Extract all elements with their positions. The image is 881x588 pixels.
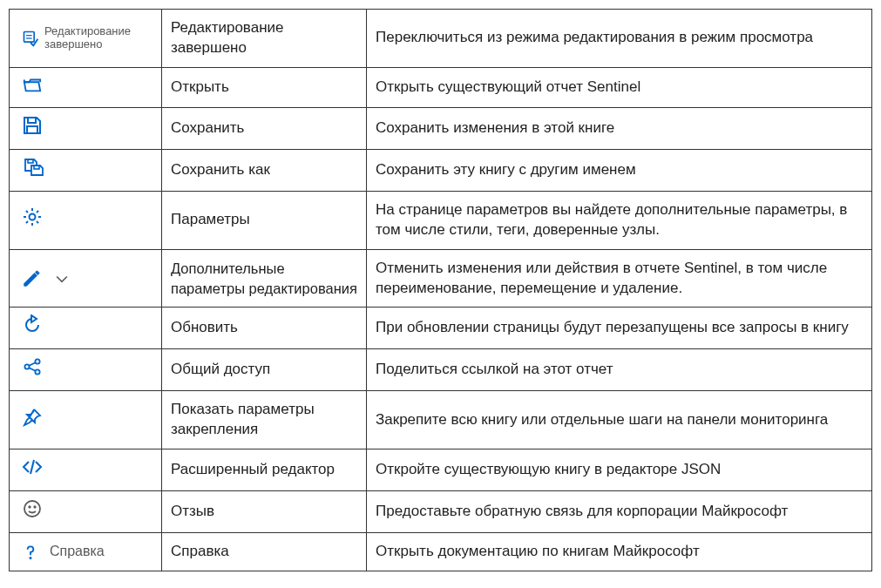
action-desc: Закрепите всю книгу или отдельные шаги н… (367, 391, 872, 449)
icon-caption: Справка (50, 544, 105, 559)
save-icon (22, 115, 43, 136)
action-desc: Открыть существующий отчет Sentinel (367, 67, 872, 107)
table-row: Сохранить как Сохранить эту книгу с друг… (10, 149, 872, 191)
code-icon (22, 456, 43, 477)
table-row: Отзыв Предоставьте обратную связь для ко… (10, 491, 872, 533)
share-icon (22, 356, 43, 377)
pencil-icon (22, 269, 41, 288)
action-name: Открыть (162, 67, 367, 107)
table-row: Справка Справка Открыть документацию по … (10, 533, 872, 571)
icon-caption: Редактирование завершено (44, 25, 149, 51)
edit-done-icon (22, 30, 39, 47)
action-desc: Отменить изменения или действия в отчете… (367, 249, 872, 308)
action-name: Справка (162, 533, 367, 571)
table-row: Дополнительные параметры редактирования … (10, 249, 872, 308)
feedback-icon (22, 498, 43, 519)
action-desc: При обновлении страницы будут перезапуще… (367, 308, 872, 349)
table-row: Открыть Открыть существующий отчет Senti… (10, 67, 872, 107)
table-row: Параметры На странице параметров вы найд… (10, 191, 872, 249)
open-icon (22, 75, 43, 94)
refresh-icon (22, 314, 43, 335)
action-name: Сохранить как (162, 149, 367, 191)
table-row: Редактирование завершено Редактирование … (10, 10, 872, 68)
settings-icon (22, 206, 43, 227)
action-desc: Откройте существующую книгу в редакторе … (367, 449, 872, 491)
table-row: Показать параметры закрепления Закрепите… (10, 391, 872, 449)
action-name: Общий доступ (162, 349, 367, 391)
table-row: Обновить При обновлении страницы будут п… (10, 308, 872, 349)
action-name: Отзыв (162, 491, 367, 533)
table-row: Расширенный редактор Откройте существующ… (10, 449, 872, 491)
action-name: Дополнительные параметры редактирования (162, 249, 367, 308)
icon-reference-table: Редактирование завершено Редактирование … (9, 9, 872, 571)
action-name: Сохранить (162, 107, 367, 149)
action-desc: Переключиться из режима редактирования в… (367, 10, 872, 68)
action-desc: Сохранить изменения в этой книге (367, 107, 872, 149)
action-name: Показать параметры закрепления (162, 391, 367, 449)
action-name: Обновить (162, 308, 367, 349)
help-icon (22, 542, 39, 563)
action-desc: Открыть документацию по книгам Майкрософ… (367, 533, 872, 571)
action-name: Расширенный редактор (162, 449, 367, 491)
action-desc: Сохранить эту книгу с другим именем (367, 149, 872, 191)
action-desc: Предоставьте обратную связь для корпорац… (367, 491, 872, 533)
pin-icon (22, 407, 43, 428)
action-name: Параметры (162, 191, 367, 249)
action-desc: Поделиться ссылкой на этот отчет (367, 349, 872, 391)
table-row: Общий доступ Поделиться ссылкой на этот … (10, 349, 872, 391)
action-name: Редактирование завершено (162, 10, 367, 68)
table-row: Сохранить Сохранить изменения в этой кни… (10, 107, 872, 149)
save-as-icon (22, 157, 44, 178)
chevron-down-icon (53, 270, 71, 287)
action-desc: На странице параметров вы найдете дополн… (367, 191, 872, 249)
